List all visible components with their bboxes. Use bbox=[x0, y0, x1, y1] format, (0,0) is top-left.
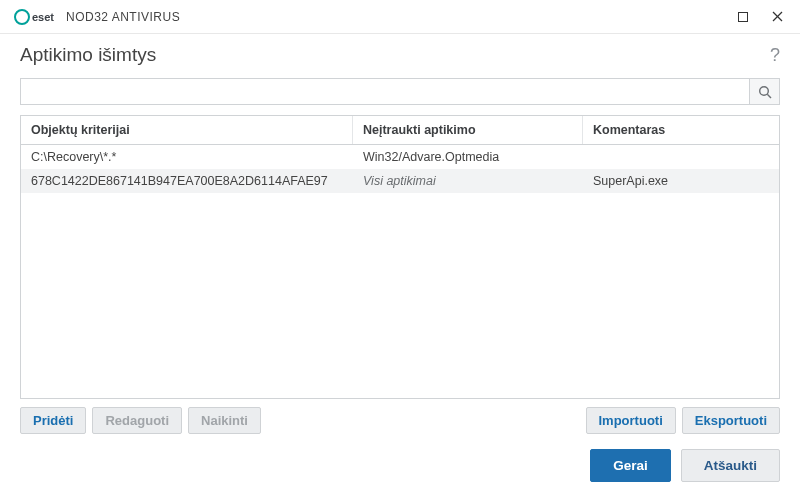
column-header-comment[interactable]: Komentaras bbox=[583, 116, 779, 144]
search-button[interactable] bbox=[749, 79, 779, 104]
table-row[interactable]: 678C1422DE867141B947EA700E8A2D6114AFAE97… bbox=[21, 169, 779, 193]
search-input[interactable] bbox=[21, 79, 749, 104]
toolbar-left: Pridėti Redaguoti Naikinti bbox=[20, 407, 261, 434]
toolbar: Pridėti Redaguoti Naikinti Importuoti Ek… bbox=[20, 407, 780, 434]
search-icon bbox=[758, 85, 772, 99]
cell-criteria: 678C1422DE867141B947EA700E8A2D6114AFAE97 bbox=[21, 169, 353, 193]
header: Aptikimo išimtys ? bbox=[0, 34, 800, 78]
svg-point-5 bbox=[759, 86, 768, 95]
column-header-criteria[interactable]: Objektų kriterijai bbox=[21, 116, 353, 144]
edit-button[interactable]: Redaguoti bbox=[92, 407, 182, 434]
table-row[interactable]: C:\Recovery\*.*Win32/Advare.Optmedia bbox=[21, 145, 779, 169]
cell-exclude: Visi aptikimai bbox=[353, 169, 583, 193]
delete-button[interactable]: Naikinti bbox=[188, 407, 261, 434]
svg-line-6 bbox=[767, 94, 771, 98]
table-header: Objektų kriterijai Neįtraukti aptikimo K… bbox=[21, 116, 779, 145]
cell-exclude: Win32/Advare.Optmedia bbox=[353, 145, 583, 169]
maximize-icon bbox=[738, 12, 748, 22]
svg-rect-2 bbox=[739, 12, 748, 21]
eset-logo-icon: eset bbox=[14, 9, 58, 25]
close-icon bbox=[772, 11, 783, 22]
svg-point-0 bbox=[15, 10, 29, 24]
cell-comment bbox=[583, 145, 779, 169]
window-controls bbox=[728, 5, 792, 29]
toolbar-right: Importuoti Eksportuoti bbox=[586, 407, 781, 434]
maximize-button[interactable] bbox=[728, 5, 758, 29]
add-button[interactable]: Pridėti bbox=[20, 407, 86, 434]
svg-text:eset: eset bbox=[32, 11, 54, 23]
footer: Gerai Atšaukti bbox=[570, 431, 800, 482]
cell-comment: SuperApi.exe bbox=[583, 169, 779, 193]
help-icon[interactable]: ? bbox=[770, 45, 780, 66]
search-row bbox=[20, 78, 780, 105]
close-button[interactable] bbox=[762, 5, 792, 29]
content: Objektų kriterijai Neįtraukti aptikimo K… bbox=[0, 78, 800, 434]
product-name: NOD32 ANTIVIRUS bbox=[66, 10, 180, 24]
cell-criteria: C:\Recovery\*.* bbox=[21, 145, 353, 169]
ok-button[interactable]: Gerai bbox=[590, 449, 671, 482]
export-button[interactable]: Eksportuoti bbox=[682, 407, 780, 434]
cancel-button[interactable]: Atšaukti bbox=[681, 449, 780, 482]
import-button[interactable]: Importuoti bbox=[586, 407, 676, 434]
titlebar-left: eset NOD32 ANTIVIRUS bbox=[14, 9, 180, 25]
column-header-exclude[interactable]: Neįtraukti aptikimo bbox=[353, 116, 583, 144]
titlebar: eset NOD32 ANTIVIRUS bbox=[0, 0, 800, 34]
table-body: C:\Recovery\*.*Win32/Advare.Optmedia678C… bbox=[21, 145, 779, 193]
exclusions-table: Objektų kriterijai Neįtraukti aptikimo K… bbox=[20, 115, 780, 399]
page-title: Aptikimo išimtys bbox=[20, 44, 156, 66]
